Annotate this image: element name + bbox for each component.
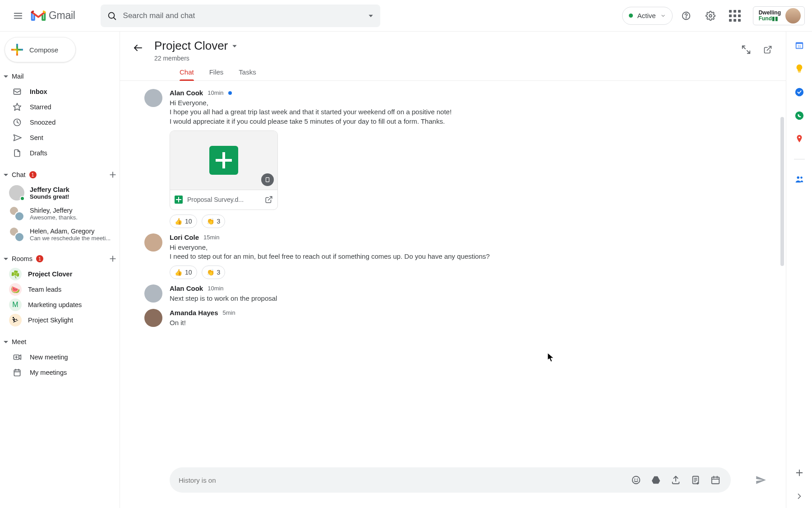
message-author: Amanda Hayes	[170, 309, 218, 317]
room-item[interactable]: MMarketing updates	[0, 297, 120, 312]
right-side-panel: 31	[786, 32, 812, 508]
message: Alan Cook10minNext step is to work on th…	[170, 284, 768, 303]
drive-button[interactable]	[647, 471, 665, 489]
chat-item[interactable]: Helen, Adam, GregoryCan we reschedule th…	[0, 224, 120, 245]
search-options-icon[interactable]	[368, 13, 374, 19]
status-chip[interactable]: Active	[622, 7, 673, 25]
scrollbar[interactable]	[780, 117, 784, 266]
message: Lori Cole15minHi everyone,I need to step…	[170, 233, 768, 280]
svg-point-55	[797, 177, 799, 179]
svg-marker-46	[756, 476, 766, 484]
compose-button[interactable]: Compose	[5, 37, 76, 62]
calendar-button[interactable]	[706, 471, 724, 489]
drafts-icon	[13, 149, 22, 158]
svg-marker-35	[652, 476, 660, 484]
maps-addon-icon[interactable]	[794, 134, 805, 144]
svg-point-52	[795, 88, 803, 96]
nav-item-snoozed[interactable]: Snoozed	[0, 115, 120, 130]
reaction-chip[interactable]: 👍10	[170, 214, 197, 228]
hide-panel-button[interactable]	[794, 491, 805, 502]
account-chip[interactable]: Dwelling Fund▮▮	[753, 6, 805, 25]
svg-point-32	[632, 476, 640, 484]
left-nav: Compose Mail InboxStarredSnoozedSentDraf…	[0, 32, 120, 508]
svg-line-28	[747, 51, 750, 53]
section-head-mail[interactable]: Mail	[0, 69, 120, 84]
chevron-down-icon[interactable]	[231, 43, 238, 49]
main-pane: Project Clover 22 members ChatFilesTasks…	[120, 32, 786, 508]
sheets-icon	[209, 146, 238, 175]
back-button[interactable]	[129, 39, 147, 57]
support-button[interactable]	[675, 5, 697, 27]
nav-item-starred[interactable]: Starred	[0, 99, 120, 115]
message-time: 10min	[208, 89, 223, 96]
svg-point-7	[686, 18, 686, 18]
collapse-button[interactable]	[737, 41, 755, 59]
calendar-addon-icon[interactable]: 31	[794, 40, 805, 51]
room-item[interactable]: 🍉Team leads	[0, 282, 120, 297]
caret-icon	[4, 258, 8, 260]
open-in-new-button[interactable]	[759, 41, 777, 59]
svg-rect-42	[712, 477, 720, 484]
tab-chat[interactable]: Chat	[180, 68, 194, 80]
chat-input[interactable]	[179, 476, 625, 484]
upload-button[interactable]	[667, 471, 685, 489]
room-members[interactable]: 22 members	[154, 55, 730, 62]
create-doc-button[interactable]	[687, 471, 705, 489]
avatar	[144, 89, 162, 107]
caret-icon	[4, 174, 8, 176]
voice-addon-icon[interactable]	[794, 110, 805, 121]
avatar	[9, 185, 24, 200]
open-in-new-icon[interactable]	[265, 196, 273, 204]
new-chat-button[interactable]	[106, 168, 120, 182]
room-item[interactable]: ⛷Project Skylight	[0, 312, 120, 328]
room-emoji: M	[9, 298, 22, 311]
new-room-button[interactable]	[106, 252, 120, 266]
attachment-card[interactable]: Proposal Survey.d...	[170, 130, 278, 210]
meet-icon	[13, 368, 22, 377]
section-head-meet[interactable]: Meet	[0, 334, 120, 350]
tab-files[interactable]: Files	[209, 68, 224, 80]
keep-addon-icon[interactable]	[794, 63, 805, 74]
message: Amanda Hayes5minOn it!	[170, 309, 768, 327]
meet-item[interactable]: New meeting	[0, 350, 120, 365]
reaction-chip[interactable]: 👍10	[170, 266, 197, 279]
send-button[interactable]	[751, 470, 770, 490]
reaction-chip[interactable]: 👏3	[202, 266, 226, 279]
tasks-addon-icon[interactable]	[794, 87, 805, 98]
reaction-chip[interactable]: 👏3	[202, 214, 226, 228]
search-input[interactable]	[123, 11, 361, 20]
google-apps-button[interactable]	[724, 5, 746, 27]
contacts-addon-icon[interactable]	[794, 174, 805, 185]
gmail-icon	[31, 10, 46, 22]
avatar	[144, 309, 162, 327]
nav-item-drafts[interactable]: Drafts	[0, 145, 120, 161]
caret-icon	[4, 341, 8, 343]
nav-item-inbox[interactable]: Inbox	[0, 84, 120, 99]
avatar	[144, 284, 162, 303]
compose-label: Compose	[29, 46, 58, 54]
nav-item-sent[interactable]: Sent	[0, 130, 120, 145]
chat-input-bar[interactable]	[170, 467, 731, 493]
tab-tasks[interactable]: Tasks	[239, 68, 256, 80]
emoji-button[interactable]	[627, 471, 645, 489]
gmail-logo[interactable]: Gmail	[31, 9, 75, 22]
main-menu-button[interactable]	[7, 5, 29, 27]
svg-marker-12	[14, 135, 22, 140]
chat-item[interactable]: Jeffery ClarkSounds great!	[0, 182, 120, 203]
svg-marker-10	[14, 103, 21, 111]
room-emoji: 🍉	[9, 283, 22, 296]
section-head-rooms[interactable]: Rooms 1	[0, 251, 120, 266]
room-item[interactable]: ☘️Project Clover	[0, 266, 120, 282]
room-emoji: ☘️	[9, 268, 22, 280]
section-head-chat[interactable]: Chat 1	[0, 167, 120, 182]
svg-point-53	[795, 112, 803, 120]
get-addons-button[interactable]	[794, 467, 805, 478]
presence-dot	[629, 14, 633, 18]
org-logo: Dwelling Fund▮▮	[759, 10, 781, 21]
settings-button[interactable]	[700, 5, 721, 27]
chat-item[interactable]: Shirley, JefferyAwesome, thanks.	[0, 203, 120, 224]
meet-item[interactable]: My meetings	[0, 365, 120, 380]
svg-line-27	[743, 46, 745, 49]
message-author: Alan Cook	[170, 89, 203, 97]
search-bar[interactable]	[101, 5, 380, 27]
